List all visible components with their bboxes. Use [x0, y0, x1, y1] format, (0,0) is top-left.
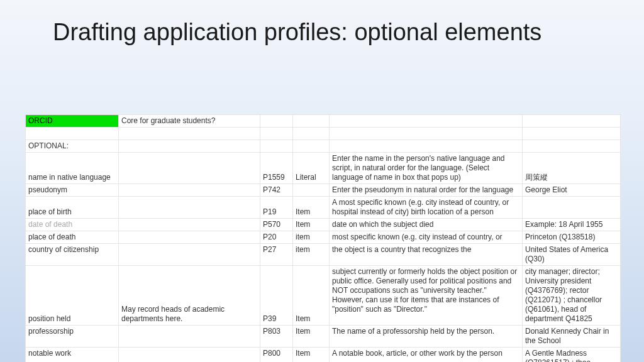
- cell-prop: P19: [260, 197, 293, 219]
- cell-label: place of death: [26, 231, 119, 244]
- cell-desc: A notable book, article, or other work b…: [330, 348, 523, 363]
- page-title: Drafting application profiles: optional …: [0, 0, 644, 48]
- cell-prop: P1559: [260, 153, 293, 184]
- cell-prop: P39: [260, 266, 293, 326]
- cell-note: May record heads of academic departments…: [119, 266, 260, 326]
- cell-label: date of death: [26, 219, 119, 231]
- cell-example: Donald Kennedy Chair in the School: [523, 326, 621, 348]
- cell-type: Literal: [293, 153, 330, 184]
- table-row: OPTIONAL:: [26, 140, 621, 153]
- cell-desc: subject currently or formerly holds the …: [330, 266, 523, 326]
- cell-desc: most specific known (e.g. city instead o…: [330, 231, 523, 244]
- cell-note: Core for graduate students?: [119, 115, 260, 128]
- cell-desc: date on which the subject died: [330, 219, 523, 231]
- cell-type: Item: [293, 266, 330, 326]
- cell-label: OPTIONAL:: [26, 140, 119, 153]
- cell-label: pseudonym: [26, 184, 119, 197]
- spreadsheet-table: ORCID Core for graduate students? OPTION…: [25, 114, 620, 362]
- cell-prop: P803: [260, 326, 293, 348]
- cell-desc: the object is a country that recognizes …: [330, 244, 523, 266]
- cell-label: notable work: [26, 348, 119, 363]
- cell-example: United States of America (Q30): [523, 244, 621, 266]
- table-row: pseudonym P742 Enter the pseudonym in na…: [26, 184, 621, 197]
- cell-label: ORCID: [26, 115, 119, 128]
- cell-type: Item: [293, 326, 330, 348]
- table-row: country of citizenship P27 item the obje…: [26, 244, 621, 266]
- cell-label: country of citizenship: [26, 244, 119, 266]
- cell-prop: P742: [260, 184, 293, 197]
- cell-label: name in native language: [26, 153, 119, 184]
- cell-desc: Enter the name in the person's native la…: [330, 153, 523, 184]
- cell-type: Item: [293, 219, 330, 231]
- cell-example: Example: 18 April 1955: [523, 219, 621, 231]
- cell-type: item: [293, 244, 330, 266]
- cell-example: city manager; director; University presi…: [523, 266, 621, 326]
- cell-prop: P800: [260, 348, 293, 363]
- table-row: [26, 128, 621, 140]
- cell-prop: P570: [260, 219, 293, 231]
- table-row: place of birth P19 Item A most specific …: [26, 197, 621, 219]
- table-row: notable work P800 Item A notable book, a…: [26, 348, 621, 363]
- table-row: position held May record heads of academ…: [26, 266, 621, 326]
- table-row: place of death P20 item most specific kn…: [26, 231, 621, 244]
- table-row: name in native language P1559 Literal En…: [26, 153, 621, 184]
- cell-desc: A most specific known (e.g. city instead…: [330, 197, 523, 219]
- cell-label: professorship: [26, 326, 119, 348]
- cell-example: George Eliot: [523, 184, 621, 197]
- table-row: professorship P803 Item The name of a pr…: [26, 326, 621, 348]
- cell-type: Item: [293, 348, 330, 363]
- cell-desc: The name of a professorship held by the …: [330, 326, 523, 348]
- table-row: date of death P570 Item date on which th…: [26, 219, 621, 231]
- cell-label: place of birth: [26, 197, 119, 219]
- cell-label: position held: [26, 266, 119, 326]
- cell-example: A Gentle Madness (Q78361517) ; theo: [523, 348, 621, 363]
- cell-prop: P27: [260, 244, 293, 266]
- cell-type: Item: [293, 197, 330, 219]
- cell-prop: P20: [260, 231, 293, 244]
- cell-example: Princeton (Q138518): [523, 231, 621, 244]
- cell-example: 周策縱: [523, 153, 621, 184]
- table-row: ORCID Core for graduate students?: [26, 115, 621, 128]
- cell-desc: Enter the pseudonym in natural order for…: [330, 184, 523, 197]
- cell-type: item: [293, 231, 330, 244]
